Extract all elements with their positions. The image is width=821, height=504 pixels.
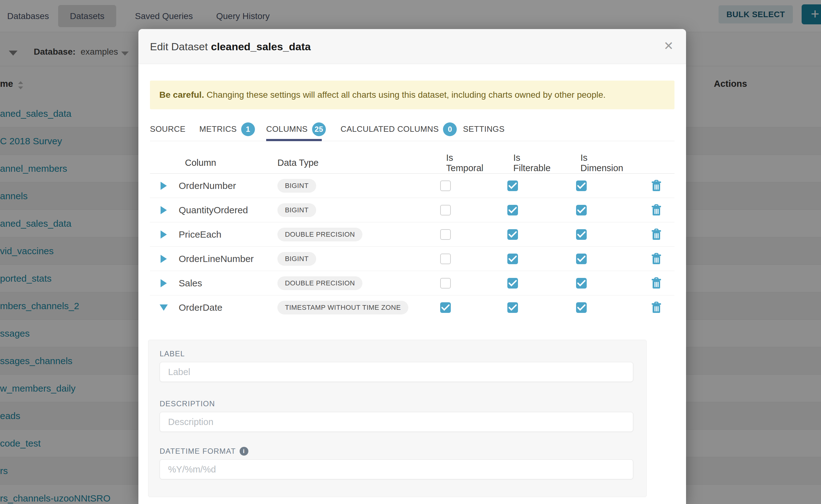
description-input[interactable] bbox=[160, 412, 633, 432]
is-filterable-checkbox[interactable] bbox=[507, 254, 518, 264]
modal-body: Be careful.Changing these settings will … bbox=[138, 81, 686, 497]
tab-settings[interactable]: SETTINGS bbox=[463, 117, 505, 141]
row-action-cell bbox=[616, 229, 675, 240]
screen: Databases Datasets Saved Queries Query H… bbox=[0, 0, 821, 504]
is-filterable-cell bbox=[479, 254, 546, 264]
column-type-cell: BIGINT bbox=[271, 179, 412, 193]
modal-tabs: SOURCE METRICS1 COLUMNS25 CALCULATED COL… bbox=[150, 117, 675, 141]
row-action-cell bbox=[616, 204, 675, 216]
column-type-cell: DOUBLE PRECISION bbox=[271, 276, 412, 290]
delete-icon[interactable] bbox=[651, 302, 661, 314]
tab-metrics[interactable]: METRICS1 bbox=[199, 117, 255, 141]
data-type-pill: BIGINT bbox=[277, 203, 316, 217]
tab-calculated-columns[interactable]: CALCULATED COLUMNS0 bbox=[340, 117, 457, 141]
row-action-cell bbox=[616, 253, 675, 265]
expand-caret-icon[interactable] bbox=[150, 279, 177, 287]
is-filterable-checkbox[interactable] bbox=[507, 278, 518, 289]
header-column: Column bbox=[177, 158, 271, 168]
column-name: OrderNumber bbox=[177, 180, 271, 191]
column-name: OrderDate bbox=[177, 302, 271, 313]
description-field-label: DESCRIPTION bbox=[160, 399, 634, 408]
expand-caret-icon[interactable] bbox=[150, 182, 177, 190]
column-type-cell: DOUBLE PRECISION bbox=[271, 228, 412, 241]
datetime-format-field-label: DATETIME FORMATi bbox=[160, 447, 634, 456]
delete-icon[interactable] bbox=[651, 277, 661, 289]
is-temporal-checkbox[interactable] bbox=[440, 254, 451, 264]
expand-caret-icon[interactable] bbox=[150, 230, 177, 239]
is-filterable-cell bbox=[479, 205, 546, 215]
data-type-pill: DOUBLE PRECISION bbox=[277, 276, 362, 290]
is-dimension-checkbox[interactable] bbox=[576, 205, 587, 215]
is-temporal-cell bbox=[412, 180, 479, 191]
column-row: OrderNumber BIGINT bbox=[150, 174, 675, 198]
delete-icon[interactable] bbox=[651, 204, 661, 216]
warning-bold: Be careful. bbox=[159, 90, 204, 100]
label-field-label-text: LABEL bbox=[160, 349, 185, 358]
is-filterable-checkbox[interactable] bbox=[507, 302, 518, 313]
is-temporal-cell bbox=[412, 302, 479, 313]
modal-dataset-name: cleaned_sales_data bbox=[211, 41, 310, 52]
tab-source-label: SOURCE bbox=[150, 124, 185, 134]
label-input[interactable] bbox=[160, 362, 633, 382]
is-dimension-cell bbox=[546, 180, 616, 191]
delete-icon[interactable] bbox=[651, 229, 661, 240]
column-row: QuantityOrdered BIGINT bbox=[150, 198, 675, 222]
warning-banner: Be careful.Changing these settings will … bbox=[150, 81, 675, 109]
row-action-cell bbox=[616, 180, 675, 192]
data-type-pill: TIMESTAMP WITHOUT TIME ZONE bbox=[277, 301, 408, 314]
tab-calculated-columns-label: CALCULATED COLUMNS bbox=[340, 124, 439, 134]
is-dimension-checkbox[interactable] bbox=[576, 254, 587, 264]
datetime-format-input[interactable] bbox=[160, 459, 633, 479]
column-detail-panel: LABEL DESCRIPTION DATETIME FORMATi bbox=[148, 340, 647, 497]
column-name: QuantityOrdered bbox=[177, 205, 271, 215]
is-dimension-checkbox[interactable] bbox=[576, 229, 587, 240]
is-filterable-checkbox[interactable] bbox=[507, 180, 518, 191]
is-dimension-checkbox[interactable] bbox=[576, 180, 587, 191]
is-temporal-checkbox[interactable] bbox=[440, 302, 451, 313]
columns-table-header: Column Data Type Is Temporal Is Filterab… bbox=[150, 152, 675, 174]
active-tab-indicator bbox=[266, 139, 322, 141]
column-name: Sales bbox=[177, 278, 271, 289]
expand-caret-icon[interactable] bbox=[150, 206, 177, 214]
modal-title-prefix: Edit Dataset bbox=[150, 41, 208, 52]
column-type-cell: BIGINT bbox=[271, 252, 412, 266]
is-temporal-checkbox[interactable] bbox=[440, 205, 451, 215]
is-temporal-checkbox[interactable] bbox=[440, 180, 451, 191]
is-filterable-cell bbox=[479, 278, 546, 289]
is-temporal-checkbox[interactable] bbox=[440, 278, 451, 289]
datetime-format-label-text: DATETIME FORMAT bbox=[160, 447, 236, 456]
column-row: OrderDate TIMESTAMP WITHOUT TIME ZONE bbox=[150, 295, 675, 320]
is-temporal-checkbox[interactable] bbox=[440, 229, 451, 240]
header-is-temporal: Is Temporal bbox=[412, 153, 479, 173]
is-dimension-cell bbox=[546, 254, 616, 264]
columns-table-rows: OrderNumber BIGINT QuantityOrdered BIGIN… bbox=[150, 174, 675, 320]
delete-icon[interactable] bbox=[651, 180, 661, 192]
close-icon[interactable]: ✕ bbox=[660, 29, 677, 64]
is-filterable-checkbox[interactable] bbox=[507, 205, 518, 215]
column-type-cell: TIMESTAMP WITHOUT TIME ZONE bbox=[271, 301, 412, 314]
tab-metrics-label: METRICS bbox=[199, 124, 237, 134]
info-icon[interactable]: i bbox=[240, 447, 248, 456]
description-field-label-text: DESCRIPTION bbox=[160, 399, 215, 408]
is-dimension-cell bbox=[546, 278, 616, 289]
is-dimension-checkbox[interactable] bbox=[576, 302, 587, 313]
is-filterable-cell bbox=[479, 229, 546, 240]
tab-source[interactable]: SOURCE bbox=[150, 117, 185, 141]
is-filterable-checkbox[interactable] bbox=[507, 229, 518, 240]
tab-columns[interactable]: COLUMNS25 bbox=[266, 117, 326, 141]
expand-caret-icon[interactable] bbox=[150, 304, 177, 311]
data-type-pill: BIGINT bbox=[277, 179, 316, 193]
metrics-count-badge: 1 bbox=[241, 122, 255, 136]
columns-table: Column Data Type Is Temporal Is Filterab… bbox=[150, 152, 675, 320]
is-temporal-cell bbox=[412, 278, 479, 289]
is-filterable-cell bbox=[479, 302, 546, 313]
tab-settings-label: SETTINGS bbox=[463, 124, 505, 134]
column-name: OrderLineNumber bbox=[177, 254, 271, 264]
is-dimension-cell bbox=[546, 302, 616, 313]
expand-caret-icon[interactable] bbox=[150, 255, 177, 263]
is-dimension-checkbox[interactable] bbox=[576, 278, 587, 289]
delete-icon[interactable] bbox=[651, 253, 661, 265]
is-temporal-cell bbox=[412, 205, 479, 215]
column-row: PriceEach DOUBLE PRECISION bbox=[150, 222, 675, 247]
is-temporal-cell bbox=[412, 229, 479, 240]
